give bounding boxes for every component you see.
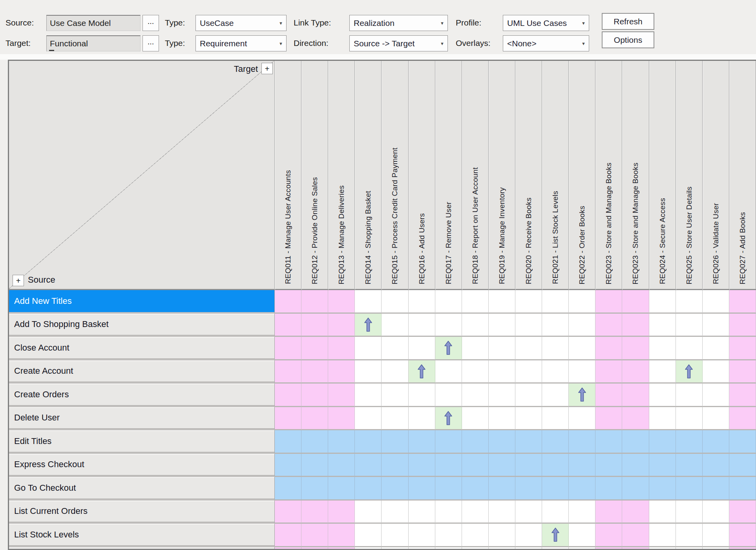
matrix-cell[interactable]	[649, 314, 676, 337]
matrix-cell[interactable]	[649, 547, 676, 550]
matrix-cell[interactable]	[301, 314, 328, 337]
matrix-cell[interactable]	[622, 314, 649, 337]
column-header[interactable]: REQ022 - Order Books	[569, 61, 595, 290]
matrix-cell[interactable]	[569, 524, 595, 547]
matrix-cell[interactable]	[622, 407, 649, 431]
matrix-cell[interactable]	[328, 314, 355, 337]
target-package-field[interactable]: Functional	[46, 35, 141, 51]
matrix-cell[interactable]	[328, 524, 355, 547]
matrix-cell[interactable]	[382, 360, 408, 384]
matrix-cell[interactable]	[703, 477, 729, 501]
matrix-cell[interactable]	[676, 314, 703, 337]
matrix-cell[interactable]	[328, 337, 355, 360]
matrix-cell[interactable]	[275, 314, 301, 337]
matrix-cell[interactable]	[462, 477, 489, 501]
matrix-cell[interactable]	[382, 547, 408, 550]
matrix-cell[interactable]	[649, 337, 676, 360]
matrix-cell[interactable]	[489, 314, 515, 337]
profile-combo[interactable]: UML Use Cases ▼	[503, 15, 589, 31]
matrix-cell[interactable]	[595, 407, 622, 431]
matrix-cell[interactable]	[489, 360, 515, 384]
matrix-cell[interactable]	[649, 501, 676, 524]
matrix-cell[interactable]	[703, 547, 729, 550]
row-header[interactable]: Edit Titles	[9, 430, 275, 454]
row-header[interactable]: Delete User	[9, 407, 275, 431]
matrix-cell[interactable]	[382, 477, 408, 501]
matrix-cell[interactable]	[462, 501, 489, 524]
column-header[interactable]: REQ014 - Shopping Basket	[355, 61, 382, 290]
column-header[interactable]: REQ024 - Secure Access	[649, 61, 676, 290]
matrix-cell[interactable]	[328, 547, 355, 550]
matrix-cell[interactable]	[462, 547, 489, 550]
matrix-cell[interactable]	[703, 407, 729, 431]
matrix-cell[interactable]	[649, 290, 676, 314]
matrix-cell[interactable]	[703, 501, 729, 524]
matrix-cell[interactable]	[462, 360, 489, 384]
matrix-cell[interactable]	[569, 501, 595, 524]
matrix-cell[interactable]	[382, 524, 408, 547]
matrix-cell[interactable]	[435, 360, 462, 384]
matrix-cell[interactable]	[355, 547, 382, 550]
matrix-cell[interactable]	[382, 407, 408, 431]
row-header[interactable]: Create Account	[9, 360, 275, 384]
column-header[interactable]: REQ019 - Manage Inventory	[489, 61, 515, 290]
matrix-cell[interactable]	[435, 454, 462, 477]
column-header[interactable]: REQ020 - Receive Books	[515, 61, 542, 290]
matrix-cell[interactable]	[409, 477, 435, 501]
matrix-cell[interactable]	[622, 430, 649, 454]
matrix-cell[interactable]	[729, 360, 756, 384]
matrix-cell[interactable]	[301, 384, 328, 407]
matrix-cell[interactable]	[676, 384, 703, 407]
matrix-cell[interactable]	[569, 477, 595, 501]
matrix-cell[interactable]	[595, 524, 622, 547]
matrix-cell[interactable]	[676, 290, 703, 314]
column-header[interactable]: REQ017 - Remove User	[435, 61, 462, 290]
matrix-cell[interactable]	[703, 360, 729, 384]
source-package-field[interactable]: Use Case Model	[46, 15, 141, 31]
matrix-cell[interactable]	[275, 407, 301, 431]
matrix-cell[interactable]	[515, 501, 542, 524]
matrix-cell[interactable]	[622, 454, 649, 477]
matrix-cell[interactable]	[649, 384, 676, 407]
matrix-cell[interactable]	[489, 547, 515, 550]
source-browse-button[interactable]: ...	[142, 15, 159, 31]
row-header[interactable]: List Stock Levels	[9, 524, 275, 547]
matrix-cell[interactable]	[595, 314, 622, 337]
matrix-cell[interactable]	[542, 314, 569, 337]
matrix-cell[interactable]	[382, 454, 408, 477]
matrix-cell[interactable]	[435, 547, 462, 550]
matrix-cell[interactable]	[515, 430, 542, 454]
matrix-cell[interactable]	[595, 384, 622, 407]
expand-target-button[interactable]: +	[261, 63, 273, 74]
column-header[interactable]: REQ013 - Manage Deliveries	[328, 61, 355, 290]
matrix-cell[interactable]	[489, 477, 515, 501]
matrix-cell[interactable]	[649, 477, 676, 501]
matrix-cell[interactable]	[409, 547, 435, 550]
matrix-cell[interactable]	[409, 430, 435, 454]
matrix-cell[interactable]	[649, 407, 676, 431]
matrix-cell[interactable]	[355, 337, 382, 360]
matrix-cell[interactable]	[515, 337, 542, 360]
matrix-cell[interactable]	[595, 290, 622, 314]
matrix-cell[interactable]	[301, 337, 328, 360]
target-browse-button[interactable]: ...	[142, 35, 159, 51]
matrix-cell[interactable]	[355, 407, 382, 431]
row-header[interactable]: Close Account	[9, 337, 275, 360]
matrix-cell[interactable]	[328, 407, 355, 431]
row-header[interactable]: Add New Titles	[9, 290, 275, 314]
matrix-cell[interactable]	[542, 337, 569, 360]
matrix-cell[interactable]	[515, 454, 542, 477]
matrix-cell[interactable]	[569, 337, 595, 360]
matrix-cell[interactable]	[542, 454, 569, 477]
matrix-cell[interactable]	[729, 454, 756, 477]
matrix-cell[interactable]	[328, 501, 355, 524]
matrix-cell[interactable]	[435, 407, 462, 431]
matrix-cell[interactable]	[301, 454, 328, 477]
matrix-cell[interactable]	[328, 477, 355, 501]
matrix-cell[interactable]	[489, 454, 515, 477]
matrix-cell[interactable]	[355, 524, 382, 547]
matrix-cell[interactable]	[355, 501, 382, 524]
matrix-cell[interactable]	[622, 290, 649, 314]
column-header[interactable]: REQ018 - Report on User Account	[462, 61, 489, 290]
matrix-cell[interactable]	[301, 547, 328, 550]
